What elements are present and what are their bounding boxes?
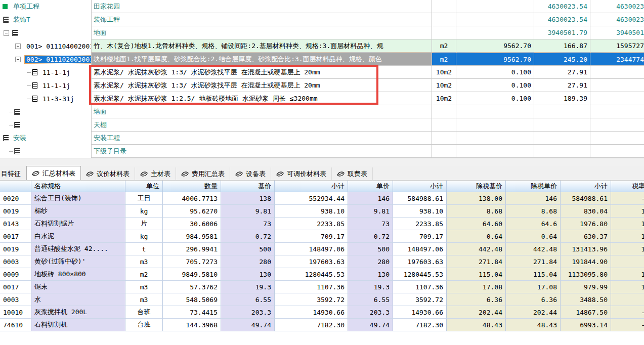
grid-row[interactable]: 下级子目录 <box>0 145 644 158</box>
material-cell[interactable]: 工日 <box>125 192 163 205</box>
material-cell[interactable]: 0.64 <box>506 230 561 243</box>
material-cell[interactable]: 10010 <box>0 306 31 319</box>
total-cell[interactable] <box>590 132 644 145</box>
tree-item-label[interactable]: 002> 011102003001 <box>25 56 91 63</box>
total-cell[interactable]: 4630023 <box>590 13 644 26</box>
quantity-cell[interactable] <box>456 105 534 118</box>
material-cell[interactable]: 138 <box>221 192 275 205</box>
material-cell[interactable]: 64.60 <box>447 218 506 230</box>
material-row[interactable]: 0003水m3548.50696.553592.726.553592.726.3… <box>0 293 644 306</box>
material-cell[interactable]: 普通硅酸盐水泥 42.... <box>31 243 125 255</box>
material-row[interactable]: 0143石料切割锯片片30.6006732233.85732233.8564.6… <box>0 218 644 230</box>
material-cell[interactable]: 705.7273 <box>163 255 221 268</box>
grid-row[interactable]: 装饰T装饰工程4630023.544630023 <box>0 13 644 26</box>
material-cell[interactable]: 500 <box>348 243 393 255</box>
material-cell[interactable]: 0019 <box>0 205 31 218</box>
material-cell[interactable]: 57.3762 <box>163 281 221 293</box>
material-cell[interactable]: 13 <box>611 230 644 243</box>
unit-price-cell[interactable]: 189.39 <box>534 92 590 105</box>
quantity-cell[interactable] <box>456 0 534 13</box>
total-cell[interactable]: 3940501 <box>590 26 644 39</box>
material-cell[interactable]: 6.55 <box>221 293 275 306</box>
unit-cell[interactable] <box>432 105 456 118</box>
material-cell[interactable]: -- <box>611 192 644 205</box>
material-cell[interactable]: 7182.30 <box>393 319 447 331</box>
item-description-cell[interactable]: 墙面 <box>91 105 432 118</box>
material-cell[interactable]: 3592.72 <box>275 293 348 306</box>
material-cell[interactable]: 271.84 <box>447 255 506 268</box>
material-cell[interactable]: 130 <box>348 268 393 281</box>
material-cell[interactable]: 197603.63 <box>275 255 348 268</box>
material-cell[interactable]: 0009 <box>0 268 31 281</box>
quantity-cell[interactable] <box>456 145 534 158</box>
material-cell[interactable]: 6.36 <box>447 293 506 306</box>
grid-row[interactable]: 墙面 <box>0 105 644 118</box>
item-description-cell[interactable]: 块料楼地面1.找平层厚度、砂浆配合比:2.结合层厚度、砂浆配合比:3.面层材料品… <box>91 53 432 66</box>
material-cell[interactable]: 938.10 <box>393 205 447 218</box>
material-cell[interactable]: 2233.85 <box>393 218 447 230</box>
grid-row[interactable]: 001> 011104002001竹、木(复合)地板1.龙骨材料种类、规格、铺设… <box>0 39 644 53</box>
material-cell[interactable]: 0143 <box>0 218 31 230</box>
material-cell[interactable]: 49.74 <box>221 319 275 331</box>
material-cell[interactable]: 水 <box>31 293 125 306</box>
material-cell[interactable]: 1280445.53 <box>275 268 348 281</box>
total-cell[interactable]: 1595727 <box>590 39 644 53</box>
item-description-cell[interactable]: 素水泥浆/ 水泥抹灰砂浆 1:3/ 水泥砂浆找平层 在混凝土或硬基层上 20mm <box>91 66 432 79</box>
material-cell[interactable]: 203.3 <box>348 306 393 319</box>
material-cell[interactable]: 6993.14 <box>561 319 611 331</box>
unit-price-cell[interactable] <box>534 105 590 118</box>
total-cell[interactable]: 4630023 <box>590 0 644 13</box>
unit-cell[interactable]: m2 <box>432 39 456 53</box>
material-row[interactable]: 74610石料切割机台班144.396849.747182.3049.74718… <box>0 319 644 331</box>
material-cell[interactable]: m3 <box>125 281 163 293</box>
tab-可调价材料表[interactable]: 可调价材料表 <box>271 167 332 180</box>
material-cell[interactable]: 0003 <box>0 255 31 268</box>
material-cell[interactable]: 144.3968 <box>163 319 221 331</box>
material-cell[interactable]: 综合工日(装饰) <box>31 192 125 205</box>
material-cell[interactable]: 3 <box>611 255 644 268</box>
unit-price-cell[interactable]: 4630023.54 <box>534 13 590 26</box>
material-cell[interactable]: 0017 <box>0 281 31 293</box>
material-cell[interactable]: 8.68 <box>506 205 561 218</box>
tree-item-label[interactable]: 装饰T <box>12 15 32 24</box>
quantity-cell[interactable] <box>456 132 534 145</box>
item-description-cell[interactable]: 装饰工程 <box>91 13 432 26</box>
material-cell[interactable]: 1976.80 <box>561 218 611 230</box>
material-cell[interactable]: 9.81 <box>221 205 275 218</box>
material-cell[interactable]: 709.17 <box>393 230 447 243</box>
material-cell[interactable]: 灰浆搅拌机 200L <box>31 306 125 319</box>
material-cell[interactable]: 48.43 <box>447 319 506 331</box>
material-cell[interactable]: 6.55 <box>348 293 393 306</box>
unit-cell[interactable] <box>432 13 456 26</box>
unit-cell[interactable]: 10m2 <box>432 79 456 92</box>
item-description-cell[interactable]: 安装工程 <box>91 132 432 145</box>
material-cell[interactable]: kg <box>125 205 163 218</box>
quantity-cell[interactable]: 0.100 <box>456 66 534 79</box>
material-cell[interactable]: 0003 <box>0 293 31 306</box>
material-cell[interactable]: 13 <box>611 243 644 255</box>
material-cell[interactable]: 148497.06 <box>275 243 348 255</box>
material-cell[interactable]: 台班 <box>125 319 163 331</box>
unit-cell[interactable] <box>432 118 456 132</box>
unit-price-cell[interactable] <box>534 118 590 132</box>
tab-设备表[interactable]: 设备表 <box>230 167 271 180</box>
item-description-cell[interactable]: 地面 <box>91 26 432 39</box>
material-cell[interactable]: 74610 <box>0 319 31 331</box>
tab-议价材料表[interactable]: 议价材料表 <box>81 167 135 180</box>
material-cell[interactable]: 630.37 <box>561 230 611 243</box>
material-row[interactable]: 0003黄砂(过筛中砂)'m3705.7273280197603.6328019… <box>0 255 644 268</box>
material-cell[interactable]: 0019 <box>0 243 31 255</box>
material-cell[interactable]: 2233.85 <box>275 218 348 230</box>
material-cell[interactable]: 17.08 <box>506 281 561 293</box>
unit-price-cell[interactable]: 166.87 <box>534 39 590 53</box>
tab-目特征[interactable]: 目特征 <box>0 167 26 180</box>
material-cell[interactable]: 64.6 <box>506 218 561 230</box>
material-row[interactable]: 0019棉纱kg95.62709.81938.109.81938.108.688… <box>0 205 644 218</box>
material-cell[interactable]: m3 <box>125 255 163 268</box>
material-cell[interactable]: 4006.7713 <box>163 192 221 205</box>
quantity-cell[interactable] <box>456 26 534 39</box>
tree-item-label[interactable]: 001> 011104002001 <box>25 42 91 50</box>
material-cell[interactable]: 锯末 <box>31 281 125 293</box>
material-cell[interactable]: 7182.30 <box>275 319 348 331</box>
item-description-cell[interactable]: 素水泥浆/ 水泥抹灰砂浆 1:3/ 水泥砂浆找平层 在混凝土或硬基层上 20mm <box>91 79 432 92</box>
